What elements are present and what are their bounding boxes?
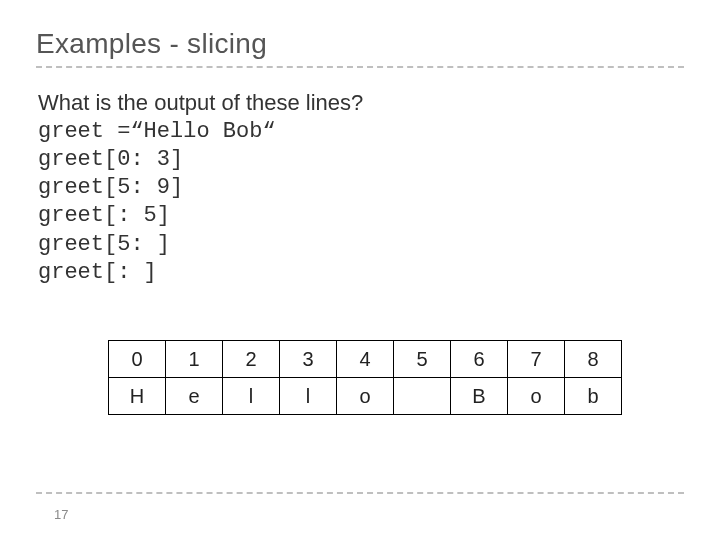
code-line-3: greet[5: 9]	[38, 174, 684, 202]
code-line-1: greet =“Hello Bob“	[38, 118, 684, 146]
footer-divider	[36, 492, 684, 494]
title-divider	[36, 66, 684, 68]
header-cell: 2	[223, 341, 280, 378]
char-cell: e	[166, 378, 223, 415]
header-cell: 5	[394, 341, 451, 378]
header-cell: 4	[337, 341, 394, 378]
char-cell: l	[280, 378, 337, 415]
char-cell: o	[337, 378, 394, 415]
header-cell: 3	[280, 341, 337, 378]
header-cell: 8	[565, 341, 622, 378]
char-cell: B	[451, 378, 508, 415]
index-table: 0 1 2 3 4 5 6 7 8 H e l l o B o b	[108, 340, 622, 415]
index-table-wrap: 0 1 2 3 4 5 6 7 8 H e l l o B o b	[108, 340, 622, 415]
header-cell: 7	[508, 341, 565, 378]
question-text: What is the output of these lines?	[38, 90, 684, 116]
header-cell: 1	[166, 341, 223, 378]
char-cell: l	[223, 378, 280, 415]
code-line-2: greet[0: 3]	[38, 146, 684, 174]
body-content: What is the output of these lines? greet…	[38, 90, 684, 287]
page-number: 17	[54, 507, 68, 522]
code-line-5: greet[5: ]	[38, 231, 684, 259]
char-cell: H	[109, 378, 166, 415]
code-line-6: greet[: ]	[38, 259, 684, 287]
char-cell	[394, 378, 451, 415]
char-cell: b	[565, 378, 622, 415]
slide: Examples - slicing What is the output of…	[0, 0, 720, 540]
header-cell: 6	[451, 341, 508, 378]
table-row: H e l l o B o b	[109, 378, 622, 415]
header-cell: 0	[109, 341, 166, 378]
code-line-4: greet[: 5]	[38, 202, 684, 230]
char-cell: o	[508, 378, 565, 415]
title-block: Examples - slicing	[36, 28, 684, 68]
table-row: 0 1 2 3 4 5 6 7 8	[109, 341, 622, 378]
slide-title: Examples - slicing	[36, 28, 684, 66]
